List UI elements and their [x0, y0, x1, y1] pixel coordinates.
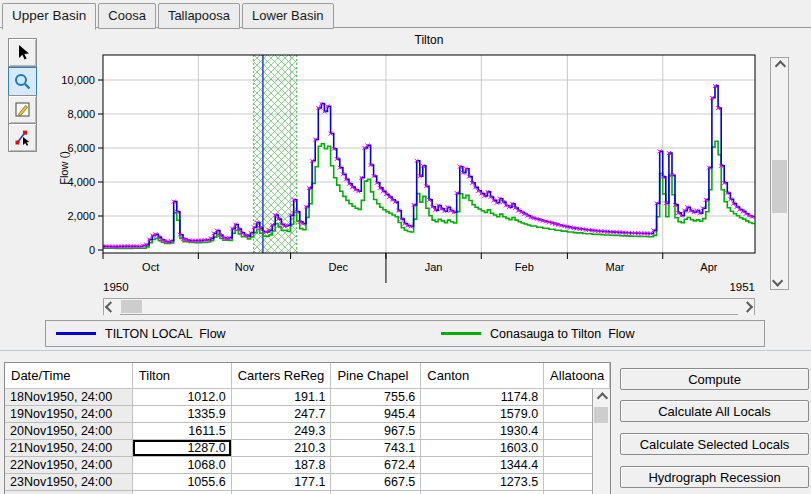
- node-link-tool-button[interactable]: [8, 123, 37, 152]
- tab-coosa[interactable]: Coosa: [98, 3, 156, 29]
- value-cell[interactable]: 1930.4: [421, 423, 544, 440]
- node-link-icon: [13, 128, 32, 147]
- y-tick-label: 0: [89, 244, 95, 256]
- value-cell[interactable]: 1055.6: [133, 474, 232, 491]
- date-cell: 21Nov1950, 24:00: [5, 440, 133, 457]
- chevron-up-icon: [597, 392, 608, 403]
- calculate-all-locals-button[interactable]: Calculate All Locals: [620, 400, 809, 422]
- month-label: Oct: [142, 261, 159, 273]
- value-cell[interactable]: 1174.8: [421, 389, 544, 406]
- locals-flow-table: Date/TimeTiltonCarters ReRegPine ChapelC…: [4, 362, 611, 494]
- table-row: 18Nov1950, 24:001012.0191.1755.61174.8: [5, 389, 610, 406]
- table-vertical-scrollbar[interactable]: [592, 389, 610, 494]
- y-axis-title: Flow (): [58, 151, 70, 185]
- y-tick-label: 4,000: [67, 176, 95, 188]
- y-tick-label: 2,000: [67, 210, 95, 222]
- column-header-date-time[interactable]: Date/Time: [5, 363, 133, 389]
- value-cell[interactable]: 755.6: [331, 389, 421, 406]
- value-cell[interactable]: 247.7: [232, 406, 332, 423]
- table-row: 21Nov1950, 24:001287.0210.3743.11603.0: [5, 440, 610, 457]
- date-cell: 19Nov1950, 24:00: [5, 406, 133, 423]
- scroll-left-button[interactable]: [104, 299, 120, 315]
- basin-tabbar: Upper Basin Coosa Tallapoosa Lower Basin: [2, 3, 336, 30]
- legend-line-tilton-local: [56, 332, 96, 335]
- legend-label-tilton-local: TILTON LOCAL Flow: [105, 327, 226, 341]
- date-cell: 20Nov1950, 24:00: [5, 423, 133, 440]
- value-cell[interactable]: 743.1: [331, 440, 421, 457]
- value-cell[interactable]: 177.1: [232, 474, 332, 491]
- chevron-up-icon: [775, 60, 786, 71]
- value-cell[interactable]: 945.4: [331, 406, 421, 423]
- table-body: 18Nov1950, 24:001012.0191.1755.61174.819…: [5, 389, 610, 494]
- value-cell[interactable]: 1603.0: [421, 440, 544, 457]
- magnifier-icon: [13, 72, 32, 91]
- scroll-right-button[interactable]: [738, 299, 754, 315]
- value-cell[interactable]: 1335.9: [133, 406, 232, 423]
- value-cell[interactable]: 191.1: [232, 389, 332, 406]
- pencil-icon: [13, 100, 32, 119]
- month-label: Jan: [425, 261, 443, 273]
- selected-value-cell[interactable]: 1287.0: [133, 440, 232, 457]
- table-row: 20Nov1950, 24:001611.5249.3967.51930.4: [5, 423, 610, 440]
- hydrograph-recession-button[interactable]: Hydrograph Recession: [620, 466, 809, 488]
- y-tick-label: 10,000: [61, 74, 95, 86]
- zoom-tool-button[interactable]: [8, 67, 37, 96]
- value-cell[interactable]: 1012.0: [133, 389, 232, 406]
- tab-lower-basin[interactable]: Lower Basin: [242, 3, 334, 29]
- pane-divider[interactable]: [0, 350, 811, 351]
- table-row: 19Nov1950, 24:001335.9247.7945.41579.0: [5, 406, 610, 423]
- tab-upper-basin[interactable]: Upper Basin: [2, 3, 96, 30]
- chevron-right-icon: [742, 301, 753, 312]
- end-year-label: 1951: [729, 281, 755, 293]
- date-cell: 18Nov1950, 24:00: [5, 389, 133, 406]
- scroll-up-button[interactable]: [771, 58, 787, 74]
- tilton-flow-plot[interactable]: 02,0004,0006,0008,00010,000OctNovDecJanF…: [40, 30, 770, 320]
- pointer-tool-button[interactable]: [8, 38, 37, 67]
- month-label: Mar: [606, 261, 625, 273]
- month-label: Nov: [235, 261, 255, 273]
- chart-legend: TILTON LOCAL Flow Conasauga to Tilton Fl…: [45, 320, 765, 347]
- value-cell[interactable]: 1579.0: [421, 406, 544, 423]
- value-cell[interactable]: 967.5: [331, 423, 421, 440]
- start-year-label: 1950: [103, 281, 129, 293]
- chart-title: Tilton: [415, 33, 444, 47]
- chevron-left-icon: [105, 301, 116, 312]
- column-header-allatoona[interactable]: Allatoona: [544, 363, 610, 389]
- month-label: Apr: [700, 261, 717, 273]
- value-cell[interactable]: 667.5: [331, 474, 421, 491]
- value-cell[interactable]: 1273.5: [421, 474, 544, 491]
- value-cell[interactable]: 187.8: [232, 457, 332, 474]
- column-header-tilton[interactable]: Tilton: [133, 363, 232, 389]
- date-cell: 23Nov1950, 24:00: [5, 474, 133, 491]
- legend-label-conasauga: Conasauga to Tilton Flow: [490, 327, 635, 341]
- month-label: Dec: [328, 261, 348, 273]
- horizontal-scroll-thumb[interactable]: [121, 300, 142, 313]
- scroll-down-button[interactable]: [771, 273, 787, 289]
- vertical-scroll-thumb[interactable]: [772, 160, 787, 213]
- upper-basin-window: Upper Basin Coosa Tallapoosa Lower Basin…: [0, 0, 811, 494]
- value-cell[interactable]: 210.3: [232, 440, 332, 457]
- chart-vertical-scrollbar[interactable]: [770, 57, 789, 290]
- table-header-row: Date/TimeTiltonCarters ReRegPine ChapelC…: [5, 363, 610, 389]
- value-cell[interactable]: 249.3: [232, 423, 332, 440]
- column-header-canton[interactable]: Canton: [421, 363, 544, 389]
- chart-horizontal-scrollbar[interactable]: [103, 298, 755, 315]
- table-row: 23Nov1950, 24:001055.6177.1667.51273.5: [5, 474, 610, 491]
- calculate-selected-locals-button[interactable]: Calculate Selected Locals: [620, 433, 809, 455]
- column-header-pine-chapel[interactable]: Pine Chapel: [331, 363, 421, 389]
- edit-tool-button[interactable]: [8, 95, 37, 124]
- pointer-icon: [13, 43, 32, 62]
- value-cell[interactable]: 1344.4: [421, 457, 544, 474]
- column-header-carters-rereg[interactable]: Carters ReReg: [232, 363, 332, 389]
- value-cell[interactable]: 672.4: [331, 457, 421, 474]
- value-cell[interactable]: 1611.5: [133, 423, 232, 440]
- legend-line-conasauga: [441, 332, 481, 335]
- y-tick-label: 8,000: [67, 108, 95, 120]
- month-label: Feb: [515, 261, 534, 273]
- table-scroll-up-button[interactable]: [593, 390, 609, 406]
- tab-tallapoosa[interactable]: Tallapoosa: [158, 3, 240, 29]
- table-scroll-thumb[interactable]: [594, 407, 608, 423]
- compute-button[interactable]: Compute: [620, 368, 809, 390]
- value-cell[interactable]: 1068.0: [133, 457, 232, 474]
- table-row: 22Nov1950, 24:001068.0187.8672.41344.4: [5, 457, 610, 474]
